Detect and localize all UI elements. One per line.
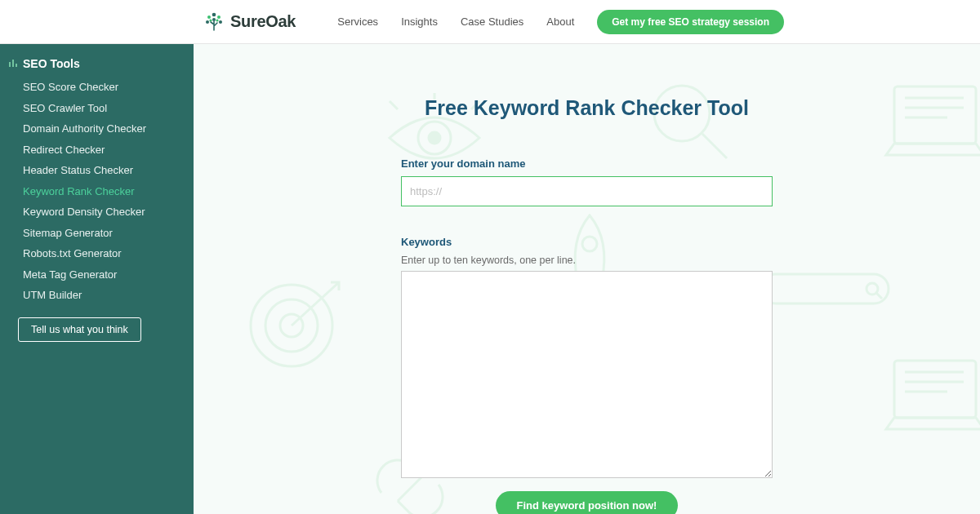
svg-point-5 (209, 19, 212, 21)
sidebar-item-redirect-checker[interactable]: Redirect Checker (0, 140, 194, 161)
keywords-field: Keywords Enter up to ten keywords, one p… (401, 236, 773, 481)
searchbar-icon (760, 273, 890, 305)
laptop-icon (882, 354, 980, 444)
svg-point-3 (206, 20, 209, 24)
brand-logo[interactable]: SureOak (203, 11, 296, 33)
cta-button[interactable]: Get my free SEO strategy session (597, 10, 784, 34)
svg-rect-24 (894, 361, 976, 418)
main-content: Free Keyword Rank Checker Tool Enter you… (194, 44, 980, 514)
domain-label: Enter your domain name (401, 157, 773, 170)
sidebar-title-text: SEO Tools (23, 57, 80, 70)
svg-point-0 (207, 16, 211, 19)
svg-point-1 (212, 12, 216, 16)
sidebar-item-seo-crawler-tool[interactable]: SEO Crawler Tool (0, 98, 194, 119)
keywords-textarea[interactable] (401, 271, 773, 478)
svg-rect-10 (16, 64, 17, 67)
nav-case-studies[interactable]: Case Studies (461, 16, 523, 28)
svg-point-6 (216, 19, 218, 21)
sidebar-item-robots-txt-generator[interactable]: Robots.txt Generator (0, 243, 194, 264)
svg-point-2 (217, 16, 220, 19)
sidebar-item-keyword-density-checker[interactable]: Keyword Density Checker (0, 202, 194, 223)
sidebar-title: SEO Tools (0, 57, 194, 77)
sidebar: SEO Tools SEO Score Checker SEO Crawler … (0, 44, 194, 514)
page-title: Free Keyword Rank Checker Tool (401, 96, 773, 120)
brand-name: SureOak (230, 12, 296, 31)
svg-rect-9 (12, 60, 14, 67)
sidebar-item-meta-tag-generator[interactable]: Meta Tag Generator (0, 264, 194, 286)
feedback-button[interactable]: Tell us what you think (18, 317, 141, 342)
svg-rect-8 (9, 62, 11, 67)
svg-point-14 (251, 285, 332, 366)
svg-rect-18 (761, 274, 889, 304)
keywords-label: Keywords (401, 236, 773, 248)
svg-point-19 (866, 283, 878, 295)
svg-rect-20 (894, 86, 976, 144)
domain-field: Enter your domain name (401, 157, 773, 206)
nav-insights[interactable]: Insights (401, 16, 438, 28)
oak-tree-icon (203, 11, 225, 33)
svg-point-15 (265, 299, 318, 352)
nav-services[interactable]: Services (337, 16, 378, 28)
target-icon (243, 273, 349, 379)
svg-point-16 (280, 314, 303, 337)
sidebar-item-sitemap-generator[interactable]: Sitemap Generator (0, 223, 194, 244)
top-nav: Services Insights Case Studies About Get… (337, 10, 784, 34)
laptop-icon (882, 80, 980, 170)
sidebar-item-header-status-checker[interactable]: Header Status Checker (0, 160, 194, 181)
sidebar-item-utm-builder[interactable]: UTM Builder (0, 285, 194, 306)
keywords-hint: Enter up to ten keywords, one per line. (401, 255, 773, 266)
sidebar-item-domain-authority-checker[interactable]: Domain Authority Checker (0, 118, 194, 140)
sidebar-item-keyword-rank-checker[interactable]: Keyword Rank Checker (0, 181, 194, 202)
submit-button[interactable]: Find keyword position now! (496, 491, 679, 514)
sidebar-list: SEO Score Checker SEO Crawler Tool Domai… (0, 77, 194, 306)
bars-icon (8, 57, 18, 70)
domain-input[interactable] (401, 176, 773, 206)
header: SureOak Services Insights Case Studies A… (0, 0, 980, 44)
nav-about[interactable]: About (546, 16, 574, 28)
svg-point-4 (219, 20, 222, 24)
sidebar-item-seo-score-checker[interactable]: SEO Score Checker (0, 77, 194, 98)
